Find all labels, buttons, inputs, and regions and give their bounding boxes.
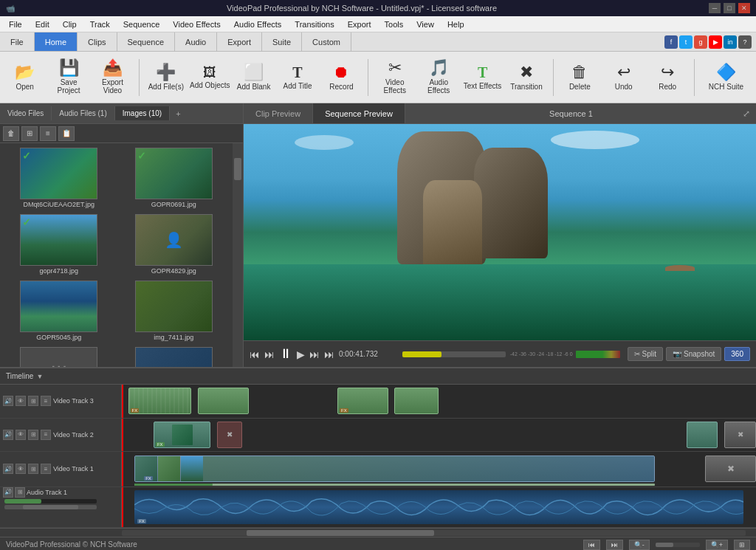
menu-clip[interactable]: Clip — [57, 18, 83, 30]
track-menu-button[interactable]: ≡ — [41, 430, 51, 440]
skip-end-button[interactable]: ⏭ — [324, 348, 334, 360]
track-clip[interactable]: FX — [337, 388, 388, 414]
open-button[interactable]: 📂 Open — [4, 55, 45, 100]
tab-sequence[interactable]: Sequence — [117, 32, 176, 51]
menu-audio-effects[interactable]: Audio Effects — [228, 18, 288, 30]
progress-bar[interactable] — [402, 351, 506, 357]
list-item[interactable]: img_7411.jpg — [120, 281, 229, 341]
lock-audio-button[interactable]: ⊞ — [15, 487, 25, 498]
delete-button[interactable]: 🗑 Delete — [560, 55, 600, 100]
lock-track-button[interactable]: 👁 — [16, 396, 26, 406]
track-clip[interactable] — [198, 388, 249, 414]
timeline-scrollbar[interactable] — [0, 528, 756, 537]
mute-track-button[interactable]: 🔊 — [3, 396, 13, 406]
menu-video-effects[interactable]: Video Effects — [167, 18, 226, 30]
split-button[interactable]: ✂ Split — [628, 347, 663, 361]
menu-help[interactable]: Help — [441, 18, 470, 30]
track-clip[interactable]: FX — [154, 422, 210, 449]
track-clip[interactable]: ✖ — [217, 422, 242, 449]
add-files-button[interactable]: ➕ Add File(s) — [145, 55, 186, 100]
tab-custom[interactable]: Custom — [302, 32, 351, 51]
audio-effects-button[interactable]: 🎵 Audio Effects — [418, 55, 458, 100]
menu-track[interactable]: Track — [84, 18, 116, 30]
redo-button[interactable]: ↪ Redo — [647, 55, 687, 100]
menu-transitions[interactable]: Transitions — [289, 18, 340, 30]
tab-audio[interactable]: Audio — [175, 32, 217, 51]
media-scrollbar[interactable] — [233, 143, 243, 367]
minimize-button[interactable]: ─ — [709, 3, 721, 13]
collapse-track-button[interactable]: ⊞ — [28, 430, 38, 440]
collapse-track-button[interactable]: ⊞ — [28, 396, 38, 406]
import-button[interactable]: 📋 — [58, 126, 75, 141]
track-menu-button[interactable]: ≡ — [41, 396, 51, 406]
zoom-out-button[interactable]: 🔍- — [629, 540, 650, 550]
sequence-preview-tab[interactable]: Sequence Preview — [313, 103, 405, 123]
delete-item-button[interactable]: 🗑 — [3, 126, 19, 141]
pause-button[interactable]: ⏸ — [279, 346, 292, 362]
play-button[interactable]: ▶ — [297, 348, 305, 360]
tab-home[interactable]: Home — [35, 32, 78, 51]
fit-view-button[interactable]: ⊞ — [734, 540, 750, 550]
video-files-tab[interactable]: Video Files — [0, 106, 52, 120]
vr-360-button[interactable]: 360 — [724, 347, 750, 361]
nch-suite-button[interactable]: 🔷 NCH Suite — [701, 55, 752, 100]
go-to-end-button[interactable]: ⏭ — [606, 540, 623, 550]
help-icon[interactable]: ? — [738, 35, 752, 49]
go-to-start-button[interactable]: ⏮ — [583, 540, 600, 550]
zoom-in-button[interactable]: 🔍+ — [706, 540, 728, 550]
menu-sequence[interactable]: Sequence — [117, 18, 166, 30]
next-frame-button[interactable]: ⏭ — [309, 348, 320, 360]
list-item[interactable]: ✓ DMqt6CiUEAAO2ET.jpg — [4, 148, 114, 208]
expand-icon[interactable]: ⤢ — [743, 109, 750, 119]
menu-export[interactable]: Export — [342, 18, 377, 30]
track-clip[interactable]: FX — [134, 456, 654, 482]
menu-tools[interactable]: Tools — [379, 18, 410, 30]
add-title-button[interactable]: T Add Title — [277, 55, 317, 100]
skip-start-button[interactable]: ⏮ — [250, 348, 260, 360]
prev-frame-button[interactable]: ⏭ — [264, 348, 275, 360]
add-blank-button[interactable]: ⬜ Add Blank — [233, 55, 274, 100]
tab-file[interactable]: File — [0, 32, 35, 51]
text-effects-button[interactable]: T Text Effects — [462, 55, 503, 100]
close-button[interactable]: ✕ — [738, 3, 750, 13]
snapshot-button[interactable]: 📷 Snapshot — [666, 347, 721, 361]
transition-button[interactable]: ✖ Transition — [506, 55, 546, 100]
record-button[interactable]: ⏺ Record — [321, 55, 362, 100]
track-clip[interactable]: FX — [128, 388, 192, 414]
undo-button[interactable]: ↩ Undo — [603, 55, 644, 100]
track-clip[interactable]: ✖ — [724, 422, 756, 449]
list-item[interactable] — [120, 347, 229, 367]
list-item[interactable]: 🖼 — [4, 347, 114, 367]
track-clip[interactable] — [394, 388, 439, 414]
video-effects-button[interactable]: ✂ Video Effects — [374, 55, 415, 100]
save-project-button[interactable]: 💾 Save Project — [48, 55, 89, 100]
add-objects-button[interactable]: 🖼 Add Objects — [190, 55, 230, 100]
dropdown-icon[interactable]: ▼ — [36, 373, 43, 380]
mute-audio-button[interactable]: 🔊 — [3, 487, 13, 498]
zoom-slider[interactable] — [656, 543, 700, 547]
mute-track-button[interactable]: 🔊 — [3, 464, 13, 474]
export-video-button[interactable]: 📤 Export Video — [92, 55, 133, 100]
tab-suite[interactable]: Suite — [262, 32, 302, 51]
lock-track-button[interactable]: 👁 — [16, 430, 26, 440]
add-tab-button[interactable]: + — [170, 106, 186, 121]
list-item[interactable]: GOPR5045.jpg — [4, 281, 114, 341]
list-item[interactable]: 👤 GOPR4829.jpg — [120, 214, 229, 275]
list-item[interactable]: ✓ gopr4718.jpg — [4, 214, 114, 275]
tab-clips[interactable]: Clips — [78, 32, 117, 51]
list-item[interactable]: ✓ GOPR0691.jpg — [120, 148, 229, 208]
menu-edit[interactable]: Edit — [30, 18, 55, 30]
track-clip[interactable]: ✖ — [705, 456, 756, 482]
track-clip[interactable] — [687, 422, 718, 449]
menu-file[interactable]: File — [3, 18, 28, 30]
images-tab[interactable]: Images (10) — [115, 106, 170, 120]
maximize-button[interactable]: □ — [724, 3, 735, 13]
grid-view-button[interactable]: ⊞ — [21, 126, 38, 141]
mute-track-button[interactable]: 🔊 — [3, 430, 13, 440]
clip-preview-tab[interactable]: Clip Preview — [244, 103, 313, 123]
audio-files-tab[interactable]: Audio Files (1) — [52, 106, 114, 120]
list-view-button[interactable]: ≡ — [40, 126, 56, 141]
menu-view[interactable]: View — [410, 18, 440, 30]
track-menu-button[interactable]: ≡ — [41, 464, 51, 474]
collapse-track-button[interactable]: ⊞ — [28, 464, 38, 474]
